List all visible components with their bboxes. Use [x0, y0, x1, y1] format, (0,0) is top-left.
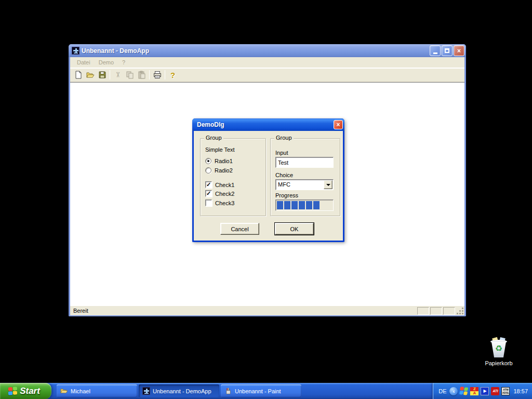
- taskbar-button-demoapp[interactable]: Unbenannt - DemoApp: [139, 384, 219, 397]
- radio2-row[interactable]: Radio2: [205, 167, 233, 174]
- taskbar-button-label: Michael: [71, 388, 90, 394]
- demoapp-icon: [142, 387, 150, 395]
- check3-control[interactable]: ✓: [205, 200, 212, 206]
- desktop: Unbenannt - DemoApp × Datei Demo ? ✂: [0, 0, 532, 399]
- radio1-row[interactable]: Radio1: [205, 158, 233, 164]
- radio2-label: Radio2: [215, 167, 233, 174]
- dialog-close-icon[interactable]: ×: [334, 120, 343, 129]
- check1-label: Check1: [215, 182, 234, 188]
- choice-value: MFC: [276, 180, 324, 190]
- group-box-right: Group Input Choice MFC Progress: [270, 138, 340, 216]
- status-text: Bereit: [73, 308, 88, 314]
- app-window-title: Unbenannt - DemoApp: [82, 47, 430, 55]
- copy-icon: [124, 69, 136, 81]
- media-player-icon[interactable]: ▶: [481, 387, 489, 395]
- save-icon[interactable]: [96, 69, 108, 81]
- progress-label: Progress: [275, 192, 298, 198]
- menu-datei[interactable]: Datei: [73, 58, 94, 66]
- ati-icon[interactable]: ATI: [491, 387, 499, 395]
- choice-label: Choice: [275, 172, 293, 178]
- radio1-label: Radio1: [215, 158, 233, 164]
- dialog-titlebar[interactable]: DemoDlg ×: [192, 118, 344, 131]
- collapse-chevron-icon[interactable]: ‹: [449, 387, 458, 395]
- combo-dropdown-button[interactable]: [324, 180, 332, 189]
- taskbar-button-michael[interactable]: Michael: [57, 384, 137, 397]
- paint-icon: [224, 387, 232, 395]
- menu-help[interactable]: ?: [118, 58, 129, 66]
- taskbar-button-paint[interactable]: Unbenannt - Paint: [221, 384, 301, 397]
- taskbar: Start Michael Unbenannt - DemoApp Unbena…: [0, 383, 532, 399]
- toolbar-separator: [110, 70, 110, 79]
- menu-demo[interactable]: Demo: [95, 58, 117, 66]
- dialog-title: DemoDlg: [197, 121, 334, 128]
- language-indicator[interactable]: DE: [438, 388, 446, 394]
- cancel-button[interactable]: Cancel: [220, 223, 259, 235]
- toolbar: ✂ ?: [70, 68, 464, 82]
- group-right-title: Group: [274, 135, 294, 141]
- demoapp-icon: [71, 47, 79, 55]
- radio2-control[interactable]: [205, 167, 211, 174]
- open-folder-icon[interactable]: [84, 69, 96, 81]
- zonealarm-icon[interactable]: Z A: [470, 387, 478, 395]
- group-left-title: Group: [204, 135, 223, 141]
- recycle-bin-glyph: ♻: [490, 338, 508, 358]
- input-label: Input: [275, 150, 288, 156]
- check1-row[interactable]: ✓ Check1: [205, 181, 234, 188]
- paste-icon: [136, 69, 148, 81]
- dialog-body: Group Simple Text Radio1 Radio2 ✓ Check1…: [194, 131, 343, 242]
- radio1-control[interactable]: [205, 158, 211, 164]
- toolbar-separator: [149, 70, 150, 79]
- check2-label: Check2: [215, 191, 234, 197]
- cut-icon: ✂: [112, 69, 124, 81]
- help-icon[interactable]: ?: [167, 69, 179, 81]
- input-field[interactable]: [275, 157, 334, 168]
- check3-label: Check3: [215, 200, 234, 206]
- check3-row[interactable]: ✓ Check3: [205, 200, 234, 206]
- menubar: Datei Demo ?: [70, 57, 464, 68]
- maximize-button[interactable]: [442, 45, 453, 56]
- recycle-bin-icon[interactable]: ♻ Papierkorb: [482, 338, 516, 366]
- simple-text-label: Simple Text: [205, 147, 235, 153]
- taskbar-button-label: Unbenannt - Paint: [235, 388, 281, 394]
- group-box-left: Group Simple Text Radio1 Radio2 ✓ Check1…: [200, 138, 266, 216]
- check1-control[interactable]: ✓: [205, 181, 212, 188]
- start-label: Start: [20, 386, 43, 396]
- toolbar-separator: [165, 70, 165, 79]
- task-buttons: Michael Unbenannt - DemoApp Unbenannt - …: [57, 383, 301, 399]
- system-tray: DE ‹ Z A ▶ ATI ATM ADSL 18:57: [433, 383, 532, 399]
- status-panes: [417, 307, 455, 315]
- adsl-status-icon[interactable]: ATM ADSL: [501, 387, 510, 395]
- start-button[interactable]: Start: [0, 383, 51, 399]
- app-titlebar[interactable]: Unbenannt - DemoApp ×: [69, 44, 466, 57]
- new-document-icon[interactable]: [72, 69, 84, 81]
- close-button[interactable]: ×: [454, 45, 464, 56]
- resize-grip-icon[interactable]: [457, 308, 464, 315]
- progress-bar: [275, 200, 334, 211]
- taskbar-button-label: Unbenannt - DemoApp: [153, 388, 211, 394]
- check2-control[interactable]: ✓: [205, 190, 212, 197]
- statusbar: Bereit: [70, 305, 464, 315]
- clock[interactable]: 18:57: [513, 388, 528, 394]
- demo-dialog: DemoDlg × Group Simple Text Radio1 Radio…: [192, 118, 344, 242]
- minimize-button[interactable]: [430, 45, 441, 56]
- windows-flag-icon: [8, 387, 17, 395]
- choice-combobox[interactable]: MFC: [275, 179, 334, 190]
- recycle-bin-label: Papierkorb: [482, 360, 516, 366]
- messenger-icon[interactable]: [459, 386, 469, 395]
- ok-button[interactable]: OK: [275, 223, 314, 235]
- folder-icon: [60, 387, 68, 395]
- chevron-down-icon: [326, 184, 330, 186]
- check2-row[interactable]: ✓ Check2: [205, 190, 234, 197]
- print-icon[interactable]: [151, 69, 163, 81]
